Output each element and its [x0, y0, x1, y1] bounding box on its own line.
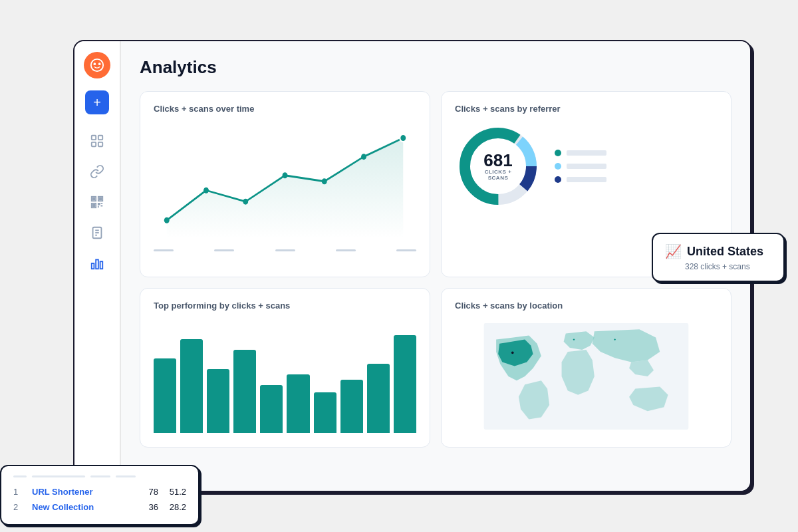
svg-point-24: [322, 178, 327, 184]
x-axis-dash: [396, 249, 416, 251]
svg-point-2: [98, 63, 101, 65]
legend-line-other: [567, 177, 606, 182]
bar-10: [394, 335, 416, 433]
legend-item-other: [555, 176, 606, 183]
legend-dot-social: [555, 163, 561, 170]
dashboard-grid: Clicks + scans over time: [140, 91, 732, 448]
x-axis-labels: [154, 249, 416, 251]
svg-rect-6: [98, 142, 102, 146]
tooltip-clicks: 328 clicks + scans: [685, 262, 771, 271]
svg-point-0: [91, 59, 103, 71]
svg-point-25: [361, 154, 366, 160]
svg-rect-17: [92, 263, 94, 269]
bar-6: [287, 374, 309, 433]
donut-center: 681 CLICKS + SCANS: [477, 152, 520, 181]
svg-rect-18: [96, 260, 98, 269]
svg-point-23: [283, 172, 288, 178]
trending-icon: 📈: [665, 243, 682, 259]
map-card: Clicks + scans by location: [441, 288, 732, 448]
legend-item-social: [555, 163, 606, 170]
row-2-clicks: 36: [138, 502, 158, 512]
donut-wrapper: 681 CLICKS + SCANS: [455, 123, 541, 209]
map-container: [455, 320, 718, 433]
bar-2: [180, 339, 203, 433]
row-2-pct: 28.2: [166, 502, 186, 512]
line-chart-card: Clicks + scans over time: [140, 91, 430, 277]
add-icon: +: [93, 95, 101, 110]
bar-3: [207, 369, 229, 433]
row-1-name: URL Shortener: [32, 487, 130, 497]
logo: [84, 52, 110, 78]
country-name: United States: [687, 245, 763, 259]
row-1-pct: 51.2: [166, 487, 186, 497]
donut-chart-title: Clicks + scans by referrer: [455, 104, 718, 114]
header-line-2: [32, 475, 85, 477]
bar-5: [260, 385, 283, 433]
outer-wrapper: +: [33, 27, 765, 505]
line-chart-container: [154, 123, 416, 256]
x-axis-dash: [275, 249, 295, 251]
sidebar: +: [74, 41, 121, 491]
sidebar-item-dashboard[interactable]: [85, 129, 109, 153]
svg-point-21: [203, 188, 209, 194]
table-row-2: 2 New Collection 36 28.2: [13, 499, 186, 515]
line-chart-title: Clicks + scans over time: [154, 104, 416, 114]
sidebar-item-analytics[interactable]: [85, 251, 109, 275]
svg-point-32: [511, 351, 514, 354]
bar-8: [340, 380, 363, 433]
sidebar-item-links[interactable]: [85, 160, 109, 184]
tooltip-title: 📈 United States: [665, 243, 771, 259]
svg-point-26: [400, 134, 406, 142]
table-row-1: 1 URL Shortener 78 51.2: [13, 484, 186, 499]
page-title: Analytics: [140, 57, 732, 78]
legend-line-direct: [567, 150, 606, 156]
row-2-name: New Collection: [32, 502, 130, 512]
header-line-3: [90, 475, 110, 477]
legend-dot-other: [555, 176, 561, 183]
line-chart-svg: [154, 123, 416, 243]
legend-item-direct: [555, 150, 606, 156]
svg-point-33: [614, 338, 615, 340]
row-2-num: 2: [13, 502, 24, 512]
bar-1: [154, 358, 176, 433]
bar-7: [314, 392, 336, 433]
svg-point-20: [164, 217, 170, 223]
svg-rect-3: [92, 136, 96, 140]
x-axis-dash: [336, 249, 356, 251]
svg-rect-12: [93, 205, 95, 207]
row-1-clicks: 78: [138, 487, 158, 497]
svg-rect-4: [98, 136, 102, 140]
svg-point-1: [94, 63, 96, 65]
x-axis-dash: [214, 249, 234, 251]
app-container: +: [73, 40, 751, 492]
bar-4: [233, 350, 256, 433]
bar-chart-container: [154, 320, 416, 433]
header-line-1: [13, 475, 27, 477]
floating-table: 1 URL Shortener 78 51.2 2 New Collection…: [0, 465, 200, 525]
svg-rect-5: [92, 142, 96, 146]
svg-point-22: [243, 199, 248, 205]
add-button[interactable]: +: [85, 90, 109, 114]
bar-chart-card: Top performing by clicks + scans: [140, 288, 430, 448]
world-map-svg: [455, 323, 718, 430]
svg-rect-11: [100, 198, 102, 200]
header-line-4: [116, 475, 136, 477]
table-header-row: [13, 475, 186, 477]
sidebar-item-pages[interactable]: [85, 221, 109, 245]
row-1-num: 1: [13, 487, 24, 497]
bar-9: [367, 364, 390, 433]
country-tooltip: 📈 United States 328 clicks + scans: [652, 233, 785, 282]
map-title: Clicks + scans by location: [455, 301, 718, 311]
x-axis-dash: [154, 249, 174, 251]
sidebar-item-qr[interactable]: [85, 190, 109, 214]
svg-rect-10: [93, 198, 95, 200]
legend: [555, 150, 606, 183]
donut-number: 681: [477, 152, 520, 169]
donut-label: CLICKS + SCANS: [477, 169, 520, 181]
legend-line-social: [567, 164, 606, 169]
svg-point-34: [573, 338, 575, 340]
bar-chart-title: Top performing by clicks + scans: [154, 301, 416, 311]
donut-content: 681 CLICKS + SCANS: [455, 123, 718, 209]
legend-dot-direct: [555, 150, 561, 156]
svg-rect-19: [100, 261, 103, 269]
